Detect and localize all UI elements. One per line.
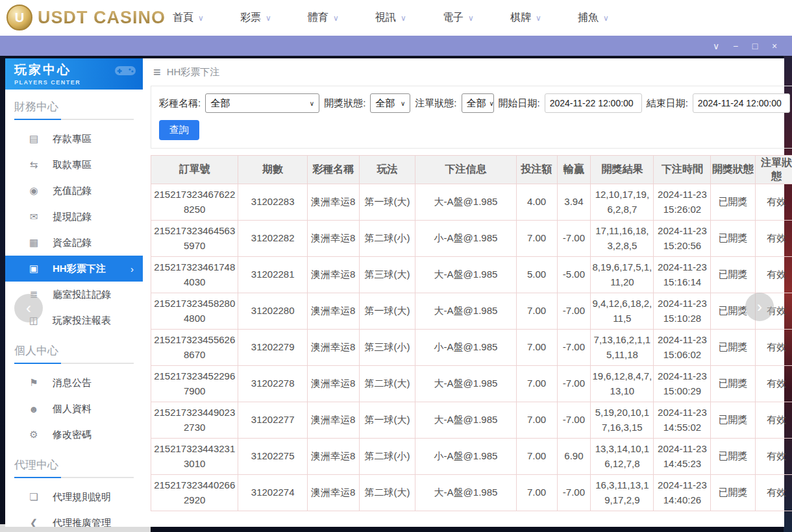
- sidebar-item-0-5[interactable]: ▣HH彩票下注›: [5, 256, 143, 282]
- col-header-win_loss: 輸贏: [557, 156, 591, 184]
- nav-item-3[interactable]: 視訊∨: [357, 11, 425, 25]
- cell-bet_time: 2024-11-23 15:06:02: [654, 330, 711, 366]
- nav-item-label: 捕魚: [578, 11, 599, 25]
- bets-table: 訂單號期數彩種名稱玩法下注信息投注額輸贏開獎結果下注時間開獎狀態注單狀態 215…: [151, 155, 792, 511]
- filter-panel: 彩種名稱: 全部 ∨ 開獎狀態: 全部 ∨ 注單狀態: 全部 ∨: [151, 86, 792, 149]
- cell-bet_time: 2024-11-23 14:40:26: [654, 475, 711, 511]
- nav-item-4[interactable]: 電子∨: [425, 11, 492, 25]
- cell-bet_time: 2024-11-23 15:26:02: [654, 184, 711, 221]
- cell-period: 31202282: [238, 221, 308, 257]
- col-header-order_no: 訂單號: [151, 156, 238, 184]
- order-status-select[interactable]: 全部 ∨: [462, 93, 494, 113]
- nav-item-1[interactable]: 彩票∨: [222, 11, 290, 25]
- filter-row: 彩種名稱: 全部 ∨ 開獎狀態: 全部 ∨ 注單狀態: 全部 ∨: [159, 93, 790, 113]
- cell-win_loss: 6.90: [557, 439, 591, 475]
- nav-item-2[interactable]: 體育∨: [290, 11, 357, 25]
- cell-play_type: 第三球(小): [359, 330, 415, 366]
- sidebar-item-label: 玩家投注報表: [53, 315, 111, 327]
- page-title: HH彩票下注: [167, 66, 220, 79]
- cell-bet_amount: 5.00: [516, 257, 557, 293]
- col-header-bet_time: 下注時間: [654, 156, 711, 184]
- lottery-name-select[interactable]: 全部 ∨: [205, 93, 319, 113]
- dropdown-button[interactable]: ∨: [706, 41, 726, 51]
- nav-item-label: 體育: [308, 11, 328, 25]
- cell-play_type: 第二球(小): [359, 221, 415, 257]
- cell-bet_amount: 7.00: [516, 366, 557, 402]
- sidebar-item-label: 代理規則說明: [53, 491, 111, 503]
- chevron-down-icon: ∨: [401, 100, 405, 107]
- cell-bet_amount: 7.00: [516, 293, 557, 330]
- nav-item-label: 首頁: [173, 11, 193, 25]
- sidebar-item-1-0[interactable]: ⚑消息公告: [5, 370, 143, 396]
- search-button[interactable]: 查詢: [159, 120, 199, 140]
- cell-play_type: 第二球(大): [359, 475, 415, 511]
- chevron-right-icon: ›: [130, 263, 134, 274]
- hamburger-icon[interactable]: ≡: [153, 65, 161, 80]
- sidebar-item-0-1[interactable]: ⇆取款專區: [5, 152, 143, 178]
- sidebar-item-0-3[interactable]: ✉提現記錄: [5, 204, 143, 230]
- nav-item-5[interactable]: 棋牌∨: [492, 11, 560, 25]
- sidebar-item-label: 代理推廣管理: [53, 517, 111, 527]
- col-header-period: 期數: [238, 156, 308, 184]
- start-date-input[interactable]: [545, 93, 642, 113]
- minimize-button[interactable]: −: [726, 41, 745, 51]
- cell-draw_status: 已開獎: [711, 402, 755, 439]
- lottery-bets-icon: ▣: [27, 263, 40, 274]
- cell-play_type: 第三球(大): [359, 257, 415, 293]
- cell-draw_status: 已開獎: [711, 221, 755, 257]
- maximize-button[interactable]: □: [745, 41, 765, 51]
- cell-order_status: 有效: [755, 221, 792, 257]
- funds-record-icon: ▦: [27, 237, 40, 248]
- col-header-draw_result: 開獎結果: [591, 156, 654, 184]
- sidebar-item-0-4[interactable]: ▦資金記錄: [5, 230, 143, 256]
- sidebar-item-1-1[interactable]: ☻個人資料: [5, 396, 143, 422]
- section-title-0: 財務中心: [14, 99, 134, 114]
- chevron-down-icon: ∨: [401, 14, 406, 23]
- nav-item-0[interactable]: 首頁∨: [155, 11, 222, 25]
- agent-promotion-icon: ❮: [27, 517, 40, 527]
- sidebar-item-label: 廳室投註記錄: [53, 289, 111, 301]
- scroll-right-button[interactable]: ›: [745, 293, 774, 321]
- nav-item-6[interactable]: 捕魚∨: [560, 11, 627, 25]
- sidebar-item-0-0[interactable]: ▤存款專區: [5, 126, 143, 152]
- recharge-record-icon: ◉: [27, 185, 40, 197]
- end-date-input[interactable]: [693, 93, 790, 113]
- chevron-down-icon: ∨: [266, 14, 271, 23]
- cell-win_loss: -5.00: [557, 257, 591, 293]
- collapse-sidebar-button[interactable]: ‹: [14, 294, 43, 322]
- table-row: 215217323452296790031202278澳洲幸运8第二球(大)大-…: [151, 366, 792, 402]
- nav-item-label: 彩票: [240, 11, 261, 25]
- top-nav: 首頁∨彩票∨體育∨視訊∨電子∨棋牌∨捕魚∨: [155, 0, 627, 36]
- chevron-down-icon: ∨: [310, 100, 314, 107]
- nav-item-label: 視訊: [375, 11, 396, 25]
- col-header-draw_status: 開獎狀態: [711, 156, 755, 184]
- cell-draw_result: 8,19,6,17,5,1,11,20: [591, 257, 654, 293]
- brand-logo[interactable]: U USDT CASINO: [6, 5, 166, 30]
- cell-bet_info: 小-A盤@1.985: [415, 439, 516, 475]
- cell-bet_info: 大-A盤@1.985: [415, 366, 516, 402]
- order-status-value: 全部: [467, 97, 486, 110]
- table-row: 215217323443231301031202275澳洲幸运8第二球(小)小-…: [151, 439, 792, 475]
- col-header-bet_amount: 投注額: [516, 156, 557, 184]
- sidebar-item-1-2[interactable]: ⚙修改密碼: [5, 422, 143, 448]
- cell-order_no: 2152173234556268670: [151, 330, 238, 366]
- coin-icon: U: [6, 5, 32, 30]
- table-row: 215217323449023273031202277澳洲幸运8第一球(大)大-…: [151, 402, 792, 439]
- cell-draw_result: 9,4,12,6,18,2,11,5: [591, 293, 654, 330]
- gamepad-icon: [114, 63, 136, 81]
- cell-bet_amount: 7.00: [516, 402, 557, 439]
- cell-win_loss: -7.00: [557, 475, 591, 511]
- cell-order_status: 有效: [755, 330, 792, 366]
- chevron-down-icon: ∨: [333, 14, 339, 23]
- sidebar-item-label: 提現記錄: [53, 211, 92, 223]
- cell-bet_info: 大-A盤@1.985: [415, 475, 516, 511]
- section-divider: [14, 363, 134, 364]
- cell-bet_amount: 7.00: [516, 439, 557, 475]
- sidebar-item-0-2[interactable]: ◉充值記錄: [5, 178, 143, 204]
- section-title-1: 個人中心: [14, 343, 134, 358]
- sidebar-item-2-1[interactable]: ❮代理推廣管理: [5, 510, 143, 527]
- sidebar-item-2-0[interactable]: ❏代理規則說明: [5, 484, 143, 510]
- col-header-bet_info: 下注信息: [415, 156, 516, 184]
- close-button[interactable]: ×: [765, 41, 784, 51]
- draw-status-select[interactable]: 全部 ∨: [370, 93, 410, 113]
